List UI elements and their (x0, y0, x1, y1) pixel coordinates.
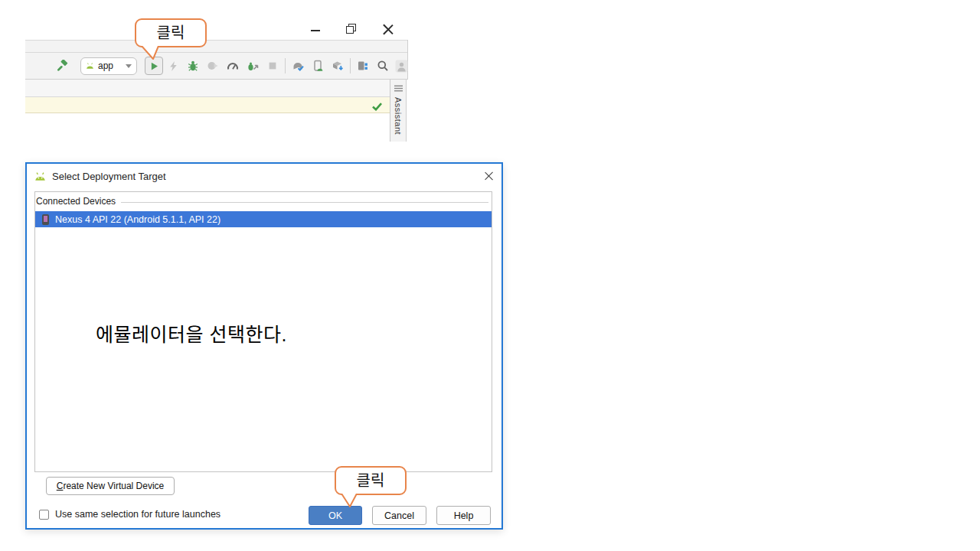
ok-button[interactable]: OK (309, 506, 362, 525)
create-button-label: reate New Virtual Device (63, 481, 164, 491)
toolbar-separator (285, 58, 286, 73)
ide-top-chrome: app (25, 40, 408, 80)
minimize-icon[interactable] (311, 30, 320, 31)
device-row-selected[interactable]: Nexus 4 API 22 (Android 5.1.1, API 22) (35, 211, 492, 227)
navigation-bar (25, 80, 390, 97)
phone-icon (42, 214, 49, 225)
section-rule (121, 202, 488, 203)
build-hammer-icon[interactable] (54, 57, 70, 75)
sdk-manager-download-icon[interactable] (328, 57, 348, 75)
debug-bug-icon[interactable] (183, 57, 203, 75)
android-logo-icon (34, 171, 46, 181)
device-list-panel: Connected Devices Nexus 4 API 22 (Androi… (34, 191, 492, 472)
toolbar-separator (350, 58, 351, 73)
editor-area (25, 113, 390, 142)
callout-click-run: 클릭 (135, 18, 207, 47)
dialog-title-bar: Select Deployment Target (27, 164, 501, 187)
dialog-close-icon[interactable] (483, 171, 494, 181)
device-name: Nexus 4 API 22 (Android 5.1.1, API 22) (55, 214, 220, 225)
cancel-button[interactable]: Cancel (372, 506, 426, 525)
assistant-tool-window-tab[interactable]: Assistant (390, 80, 407, 142)
select-deployment-target-dialog: Select Deployment Target Connected Devic… (25, 162, 503, 530)
checkbox-label: Use same selection for future launches (55, 509, 220, 520)
attach-debugger-icon[interactable] (203, 57, 223, 75)
run-play-icon (149, 61, 159, 71)
run-config-label: app (98, 60, 113, 71)
use-same-selection-checkbox[interactable] (39, 510, 49, 520)
callout-tail (139, 46, 162, 60)
callout-tail (338, 494, 361, 508)
assistant-tab-label: Assistant (394, 97, 403, 135)
user-avatar-icon[interactable] (393, 57, 410, 75)
profiler-gauge-icon[interactable] (223, 57, 243, 75)
success-checkmark-icon (372, 100, 382, 114)
gradle-sync-elephant-icon[interactable] (288, 57, 308, 75)
apply-changes-lightning-icon[interactable] (163, 57, 183, 75)
section-label: Connected Devices (36, 196, 116, 207)
restore-icon[interactable] (346, 24, 356, 34)
dialog-title: Select Deployment Target (52, 171, 166, 182)
callout-bubble: 클릭 (135, 18, 207, 47)
help-button[interactable]: Help (436, 506, 491, 525)
menu-strip (25, 40, 407, 52)
main-toolbar: app (25, 52, 407, 80)
callout-bubble: 클릭 (335, 466, 407, 495)
stop-icon[interactable] (263, 57, 283, 75)
run-config-combo[interactable]: app (80, 57, 137, 75)
android-icon (86, 62, 94, 70)
notification-bar (25, 97, 390, 113)
dropdown-caret-icon (126, 64, 132, 68)
screenshot-stage: app (0, 0, 980, 551)
close-icon[interactable] (382, 24, 393, 34)
annotation-caption: 에뮬레이터을 선택한다. (96, 319, 287, 347)
avd-manager-device-icon[interactable] (308, 57, 328, 75)
search-everywhere-icon[interactable] (373, 57, 393, 75)
list-icon (394, 85, 403, 92)
attach-debugger-to-android-icon[interactable] (243, 57, 263, 75)
callout-click-ok: 클릭 (335, 466, 407, 495)
connected-devices-header: Connected Devices (35, 192, 492, 207)
project-structure-icon[interactable] (353, 57, 373, 75)
create-new-virtual-device-button[interactable]: Create New Virtual Device (46, 477, 175, 495)
